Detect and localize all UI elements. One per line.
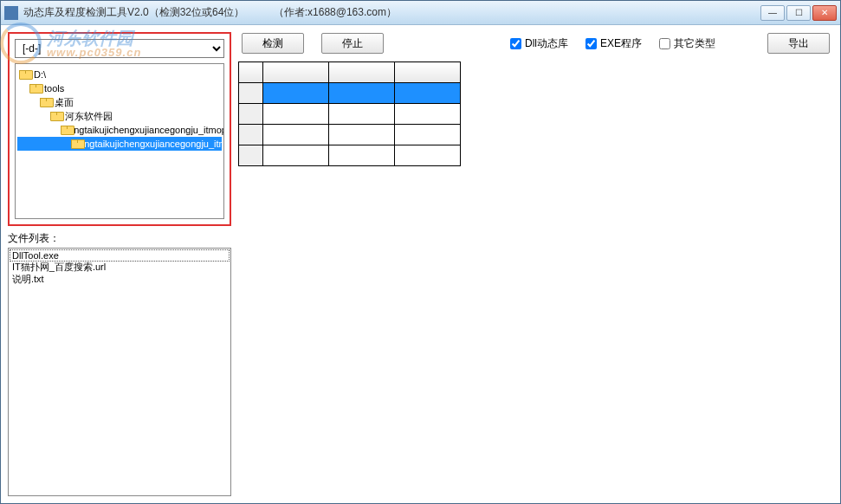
tree-item[interactable]: 河东软件园: [17, 109, 222, 123]
stop-button[interactable]: 停止: [321, 33, 384, 54]
close-button[interactable]: ✕: [812, 5, 837, 21]
check-dll-input[interactable]: [510, 38, 521, 49]
grid-cell[interactable]: [263, 145, 329, 166]
file-name: 说明.txt: [12, 274, 44, 284]
window-author: （作者:x1688@163.com）: [274, 6, 397, 18]
tree-item[interactable]: tools: [17, 81, 222, 95]
maximize-button[interactable]: ☐: [786, 5, 811, 21]
grid-row[interactable]: [239, 125, 461, 145]
grid-cell[interactable]: [395, 145, 461, 166]
grid-cell[interactable]: [329, 125, 395, 145]
grid-header-row: [239, 62, 461, 83]
toolbar: 检测 停止 Dll动态库 EXE程序 其它类型 导出: [238, 32, 833, 61]
right-pane: 检测 停止 Dll动态库 EXE程序 其它类型 导出: [238, 32, 833, 496]
tree-item[interactable]: D:\: [17, 68, 222, 81]
file-item[interactable]: 说明.txt: [10, 273, 229, 285]
export-button[interactable]: 导出: [767, 33, 830, 54]
grid-row-header[interactable]: [239, 83, 263, 104]
grid-cell[interactable]: [329, 83, 395, 104]
grid-cell[interactable]: [395, 104, 461, 125]
minimize-button[interactable]: —: [760, 5, 785, 21]
titlebar[interactable]: 动态库及程度检测工具V2.0（检测32位或64位） （作者:x1688@163.…: [1, 1, 840, 25]
window-controls: — ☐ ✕: [760, 5, 837, 21]
tree-label: tools: [44, 83, 64, 94]
grid-col-header[interactable]: [395, 62, 461, 83]
check-other[interactable]: 其它类型: [659, 36, 715, 51]
folder-icon: [29, 84, 42, 94]
folder-icon: [50, 112, 62, 121]
grid-cell[interactable]: [263, 125, 329, 145]
check-other-input[interactable]: [659, 38, 670, 49]
tree-label: D:\: [34, 69, 46, 80]
grid-row-header[interactable]: [239, 104, 263, 125]
file-name: DllTool.exe: [12, 250, 59, 261]
grid-row[interactable]: [239, 104, 461, 125]
check-other-label: 其它类型: [674, 36, 715, 51]
detect-button[interactable]: 检测: [242, 33, 304, 54]
tree-label: 河东软件园: [65, 110, 113, 123]
content-area: [-d-] D:\ tools 桌面: [1, 25, 840, 503]
grid-row-selected[interactable]: [239, 83, 461, 104]
grid-table: [238, 61, 461, 166]
filelist-label: 文件列表：: [8, 231, 231, 246]
grid-row[interactable]: [239, 145, 461, 166]
grid-cell[interactable]: [263, 104, 329, 125]
file-item[interactable]: IT猫扑网_百度搜索.url: [10, 261, 229, 273]
tree-item-selected[interactable]: dongtaikujichengxujiancegongju_itmop.: [17, 137, 222, 151]
file-item[interactable]: DllTool.exe: [10, 249, 230, 262]
drive-select[interactable]: [-d-]: [15, 39, 224, 58]
window-title: 动态库及程度检测工具V2.0（检测32位或64位）: [23, 6, 244, 18]
grid-cell[interactable]: [263, 83, 329, 104]
results-grid[interactable]: [238, 61, 833, 496]
app-icon: [4, 6, 18, 20]
folder-icon: [19, 70, 31, 80]
grid-cell[interactable]: [329, 145, 395, 166]
grid-row-header[interactable]: [239, 145, 263, 166]
check-dll-label: Dll动态库: [525, 36, 568, 51]
check-dll[interactable]: Dll动态库: [510, 36, 568, 51]
highlight-box: [-d-] D:\ tools 桌面: [8, 32, 231, 226]
grid-cell[interactable]: [395, 83, 461, 104]
file-name: IT猫扑网_百度搜索.url: [12, 262, 106, 272]
check-exe-label: EXE程序: [600, 36, 642, 51]
check-exe-input[interactable]: [585, 38, 597, 49]
grid-col-header[interactable]: [263, 62, 329, 83]
titlebar-text: 动态库及程度检测工具V2.0（检测32位或64位） （作者:x1688@163.…: [23, 5, 760, 20]
grid-row-header[interactable]: [239, 125, 263, 145]
grid-cell[interactable]: [329, 104, 395, 125]
check-exe[interactable]: EXE程序: [585, 36, 642, 51]
tree-label: 桌面: [55, 96, 74, 109]
grid-col-header[interactable]: [329, 62, 395, 83]
app-window: 动态库及程度检测工具V2.0（检测32位或64位） （作者:x1688@163.…: [0, 0, 841, 504]
grid-corner[interactable]: [239, 62, 263, 83]
grid-cell[interactable]: [395, 125, 461, 145]
file-list[interactable]: DllTool.exe IT猫扑网_百度搜索.url 说明.txt: [8, 248, 231, 496]
folder-icon: [40, 98, 52, 107]
tree-label: dongtaikujichengxujiancegongju_itmop.c: [63, 125, 224, 135]
tree-label: dongtaikujichengxujiancegongju_itmop.: [74, 139, 224, 149]
tree-item[interactable]: dongtaikujichengxujiancegongju_itmop.c: [17, 123, 222, 137]
tree-item[interactable]: 桌面: [17, 95, 222, 109]
left-pane: [-d-] D:\ tools 桌面: [8, 32, 231, 496]
folder-tree[interactable]: D:\ tools 桌面 河东软件园: [15, 63, 224, 219]
